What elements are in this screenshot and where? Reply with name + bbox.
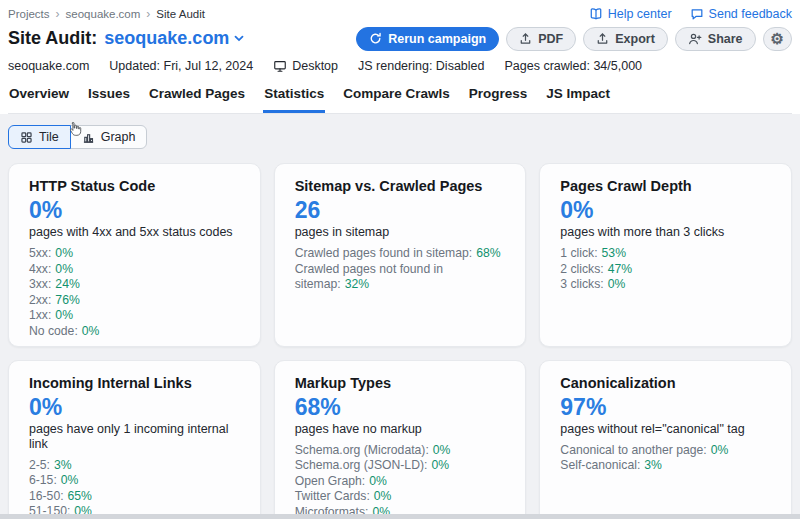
page-title: Site Audit: seoquake.com [8, 28, 244, 49]
tab-progress[interactable]: Progress [468, 84, 529, 113]
tab-compare-crawls[interactable]: Compare Crawls [342, 84, 451, 113]
tile-canonicalization: Canonicalization 97% pages without rel="… [539, 360, 792, 519]
stat-item-value[interactable]: 0% [82, 324, 100, 338]
breadcrumb-separator-icon: › [56, 7, 60, 21]
stat-item-label: 3 clicks: [560, 277, 603, 291]
stat-item-label: Self-canonical: [560, 458, 640, 472]
stat-item: 2xx:76% [29, 293, 240, 309]
graph-view-button[interactable]: Graph [70, 125, 148, 149]
stat-item: 3 clicks:0% [560, 277, 771, 293]
tile-subtitle: pages have no markup [295, 422, 506, 437]
window-bottom-edge [0, 514, 800, 519]
tile-pages-crawl-depth: Pages Crawl Depth 0% pages with more tha… [539, 163, 792, 347]
stat-item: Schema.org (JSON-LD):0% [295, 458, 506, 474]
stat-item-value[interactable]: 0% [711, 443, 729, 457]
breadcrumb: Projects › seoquake.com › Site Audit [8, 7, 205, 21]
stat-item-label: 2-5: [29, 458, 50, 472]
pdf-button[interactable]: PDF [506, 27, 576, 51]
stat-item-value[interactable]: 0% [431, 458, 449, 472]
stat-item: 6-15:0% [29, 473, 240, 489]
stat-item: Self-canonical:3% [560, 458, 771, 474]
view-toggle: Tile Graph [8, 125, 792, 149]
stat-item: No code:0% [29, 324, 240, 340]
stat-item-value[interactable]: 0% [433, 443, 451, 457]
tile-main-value[interactable]: 0% [29, 395, 240, 419]
page-title-prefix: Site Audit: [8, 28, 97, 49]
stat-item-value[interactable]: 0% [55, 246, 73, 260]
export-button[interactable]: Export [583, 27, 668, 51]
share-button[interactable]: Share [675, 27, 756, 51]
tile-grid-icon [20, 131, 33, 144]
tile-main-value[interactable]: 97% [560, 395, 771, 419]
stat-item-label: Twitter Cards: [295, 489, 370, 503]
meta-device-label: Desktop [292, 59, 338, 73]
stat-item-label: 3xx: [29, 277, 51, 291]
meta-updated: Updated: Fri, Jul 12, 2024 [109, 59, 253, 73]
tab-statistics[interactable]: Statistics [263, 84, 325, 113]
stat-item-label: 16-50: [29, 489, 64, 503]
stat-item: Schema.org (Microdata):0% [295, 443, 506, 459]
tile-sitemap-vs-crawled: Sitemap vs. Crawled Pages 26 pages in si… [274, 163, 527, 347]
stat-item-value[interactable]: 47% [608, 262, 632, 276]
stat-item-label: 1xx: [29, 308, 51, 322]
desktop-monitor-icon [273, 59, 287, 73]
tab-overview[interactable]: Overview [8, 84, 70, 113]
stat-item: Canonical to another page:0% [560, 443, 771, 459]
stat-item: 5xx:0% [29, 246, 240, 262]
tile-subtitle: pages in sitemap [295, 225, 506, 240]
stat-item-value[interactable]: 0% [608, 277, 626, 291]
tile-title: Canonicalization [560, 375, 771, 392]
tab-js-impact[interactable]: JS Impact [545, 84, 611, 113]
tab-issues[interactable]: Issues [87, 84, 131, 113]
stat-item-value[interactable]: 76% [55, 293, 79, 307]
stat-item: 2 clicks:47% [560, 262, 771, 278]
tile-stat-list: 2-5:3% 6-15:0% 16-50:65% 51-150:0% 151-5… [29, 458, 240, 519]
stat-item: 16-50:65% [29, 489, 240, 505]
stat-item-value[interactable]: 0% [369, 474, 387, 488]
stat-item-label: Canonical to another page: [560, 443, 706, 457]
export-label: Export [615, 32, 655, 46]
breadcrumb-site-audit: Site Audit [156, 8, 205, 20]
stat-item-value[interactable]: 68% [476, 246, 500, 260]
tile-stat-list: Canonical to another page:0% Self-canoni… [560, 443, 771, 474]
meta-domain: seoquake.com [8, 59, 89, 73]
stat-item: 1 click:53% [560, 246, 771, 262]
tile-subtitle: pages with more than 3 clicks [560, 225, 771, 240]
stat-item-value[interactable]: 3% [54, 458, 72, 472]
stat-item-value[interactable]: 53% [602, 246, 626, 260]
stat-item-value[interactable]: 0% [374, 489, 392, 503]
tile-view-button[interactable]: Tile [8, 125, 71, 149]
settings-button[interactable]: ⚙ [763, 27, 792, 51]
tile-title: Pages Crawl Depth [560, 178, 771, 195]
refresh-icon [369, 32, 382, 45]
stat-item-label: 2 clicks: [560, 262, 603, 276]
tile-main-value[interactable]: 68% [295, 395, 506, 419]
rerun-campaign-button[interactable]: Rerun campaign [356, 27, 499, 51]
graph-view-label: Graph [101, 130, 136, 144]
stat-item-value[interactable]: 3% [644, 458, 662, 472]
stat-item-value[interactable]: 65% [68, 489, 92, 503]
stat-item-label: 5xx: [29, 246, 51, 260]
campaign-selector[interactable]: seoquake.com [104, 28, 244, 49]
speech-bubble-icon [690, 7, 704, 21]
stat-item-value[interactable]: 0% [55, 262, 73, 276]
tile-main-value[interactable]: 0% [560, 198, 771, 222]
stat-item-value[interactable]: 0% [55, 308, 73, 322]
stat-item-value[interactable]: 32% [345, 277, 369, 291]
tile-main-value[interactable]: 0% [29, 198, 240, 222]
tile-title: Markup Types [295, 375, 506, 392]
send-feedback-link[interactable]: Send feedback [690, 7, 792, 21]
tab-crawled-pages[interactable]: Crawled Pages [148, 84, 246, 113]
breadcrumb-projects[interactable]: Projects [8, 8, 50, 20]
stat-item-value[interactable]: 24% [55, 277, 79, 291]
tile-main-value[interactable]: 26 [295, 198, 506, 222]
audit-tabs: Overview Issues Crawled Pages Statistics… [8, 84, 792, 114]
tile-stat-list: 1 click:53% 2 clicks:47% 3 clicks:0% [560, 246, 771, 293]
help-center-link[interactable]: Help center [589, 7, 672, 21]
stat-item-value[interactable]: 0% [61, 473, 79, 487]
tile-view-label: Tile [39, 130, 59, 144]
tile-incoming-internal-links: Incoming Internal Links 0% pages have on… [8, 360, 261, 519]
breadcrumb-domain[interactable]: seoquake.com [66, 8, 141, 20]
stat-item: 2-5:3% [29, 458, 240, 474]
share-label: Share [708, 32, 743, 46]
